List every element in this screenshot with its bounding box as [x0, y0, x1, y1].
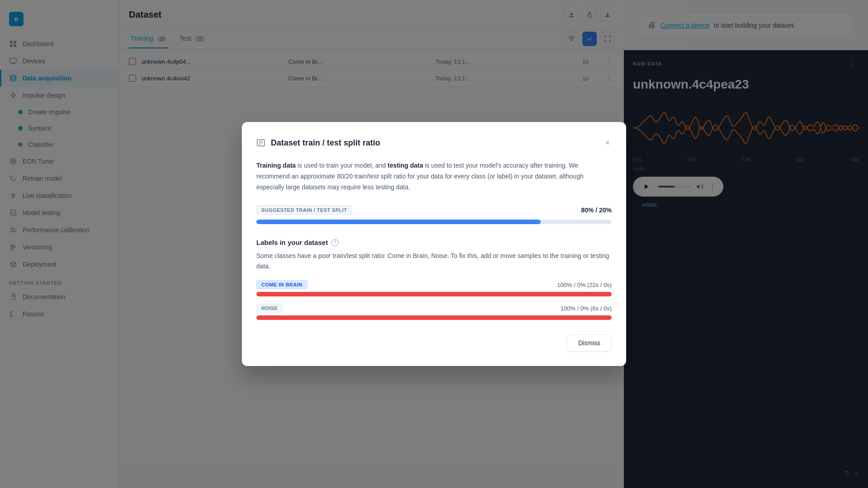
label-badge-noise: NOISE: [256, 304, 283, 313]
modal-icon: [256, 138, 265, 147]
split-badge: SUGGESTED TRAIN / TEST SPLIT: [256, 205, 352, 215]
training-data-label: Training data: [256, 162, 296, 169]
label-progress-fill-noise: [256, 315, 612, 320]
modal-title-row: Dataset train / test split ratio: [256, 138, 380, 148]
label-progress-bar-come-in-brain: [256, 292, 612, 296]
modal-overlay[interactable]: Dataset train / test split ratio × Train…: [0, 0, 868, 488]
split-header: SUGGESTED TRAIN / TEST SPLIT 80% / 20%: [256, 205, 612, 215]
modal-footer: Dismiss: [256, 334, 612, 352]
modal-close-button[interactable]: ×: [603, 136, 612, 150]
label-badge-come-in-brain: COME IN BRAIN: [256, 280, 307, 289]
modal-description: Training data is used to train your mode…: [256, 160, 612, 192]
testing-data-label: testing data: [387, 162, 423, 169]
label-row-come-in-brain: COME IN BRAIN 100% / 0% (22s / 0s): [256, 280, 612, 296]
label-progress-bar-noise: [256, 315, 612, 320]
help-icon[interactable]: ?: [331, 239, 339, 246]
label-stat-noise: 100% / 0% (6s / 0s): [561, 305, 612, 312]
labels-warning: Some classes have a poor train/test spli…: [256, 251, 612, 271]
label-row-header: NOISE 100% / 0% (6s / 0s): [256, 304, 612, 313]
split-progress-bar: [256, 220, 612, 224]
modal-dialog: Dataset train / test split ratio × Train…: [242, 122, 626, 366]
modal-header: Dataset train / test split ratio ×: [256, 136, 612, 150]
label-progress-fill-come-in-brain: [256, 292, 612, 296]
labels-title: Labels in your dataset: [256, 239, 328, 246]
split-percentage: 80% / 20%: [581, 206, 612, 214]
split-progress-fill: [256, 220, 541, 224]
label-row-noise: NOISE 100% / 0% (6s / 0s): [256, 304, 612, 320]
label-row-header: COME IN BRAIN 100% / 0% (22s / 0s): [256, 280, 612, 289]
label-stat-come-in-brain: 100% / 0% (22s / 0s): [557, 282, 612, 288]
labels-header: Labels in your dataset ?: [256, 239, 612, 246]
split-section: SUGGESTED TRAIN / TEST SPLIT 80% / 20%: [256, 205, 612, 224]
modal-title: Dataset train / test split ratio: [271, 138, 380, 148]
description-mid1: is used to train your model, and: [297, 162, 387, 169]
dismiss-button[interactable]: Dismiss: [567, 334, 612, 352]
